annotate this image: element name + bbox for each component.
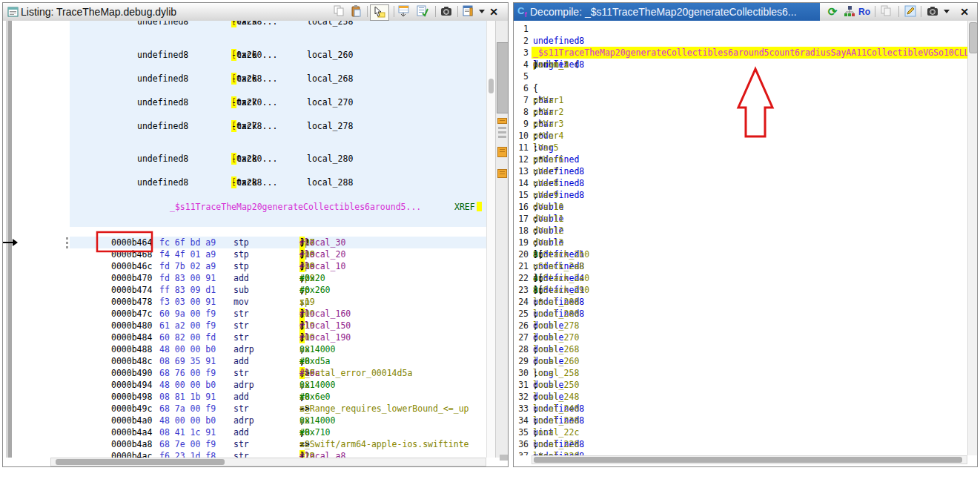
code-line[interactable]: 7 char *pcVar1;: [514, 94, 967, 106]
close-icon[interactable]: ✕: [486, 4, 501, 19]
instruction-row[interactable]: 0000b4a868 7e 00 f9strx8=>s_Swift/arm64-…: [70, 438, 486, 450]
scrollbar-thumb[interactable]: [497, 42, 508, 113]
code-line[interactable]: 13 undefined8 uVar7;: [514, 165, 967, 177]
instruction-row[interactable]: 0000b468f4 4f 01 a9stpx20,x19,[sp, #loca…: [70, 248, 486, 260]
instruction-row[interactable]: 0000b4acf6 23 1d f8strx22,[x19, #local_a…: [70, 450, 486, 458]
instruction-row[interactable]: 0000b464fc 6f bd a9stpx28,x27,[sp, #loca…: [70, 237, 486, 248]
code-line[interactable]: 10 code *pcVar4;: [514, 130, 967, 142]
listing-vertical-scrollbar[interactable]: [495, 21, 508, 458]
code-line[interactable]: 8 char *pcVar2;: [514, 106, 967, 118]
code-line[interactable]: 15 undefined8 uVar9;: [514, 189, 967, 201]
code-line[interactable]: 23 undefined1 auStack_290 [8];: [514, 284, 967, 296]
scrollbar-thumb[interactable]: [56, 459, 225, 465]
listing-panel-header[interactable]: Listing: TraceTheMap.debug.dylib: [3, 3, 508, 22]
edit-icon[interactable]: [903, 4, 918, 19]
bookmark-marker[interactable]: [497, 169, 507, 178]
window-options-icon[interactable]: [461, 4, 476, 19]
dropdown-arrow-icon[interactable]: [479, 10, 485, 13]
cursor-tool-icon[interactable]: [370, 4, 389, 21]
code-line[interactable]: 20 undefined1 auStack_2b0 [8];: [514, 248, 967, 260]
code-line[interactable]: 12 undefined *puVar6;: [514, 154, 967, 165]
code-line[interactable]: 24 undefined8 *local_288;: [514, 296, 967, 308]
code-line[interactable]: 28 double local_268;: [514, 343, 967, 355]
overview-margin[interactable]: [486, 21, 495, 458]
snapshot-camera-icon[interactable]: [439, 4, 454, 19]
instruction-row[interactable]: 0000b49c68 7a 00 f9strx8=>s_Range_requir…: [70, 403, 486, 415]
stack-variable-row[interactable]: undefined8Stack[-0x268...local_268: [70, 73, 486, 85]
code-line[interactable]: 27 double local_270;: [514, 331, 967, 343]
listing-horizontal-scrollbar[interactable]: [50, 458, 486, 466]
code-line[interactable]: 35 uint local_22c;: [514, 426, 967, 438]
instruction-row[interactable]: 0000b47c60 9a 00 f9strx0,[x19, #local_16…: [70, 308, 486, 320]
instruction-row[interactable]: 0000b49808 81 1b 91addx8,x8,#0x6e0: [70, 391, 486, 403]
copy-icon[interactable]: [879, 4, 894, 19]
code-line[interactable]: 25 undefined8 local_280;: [514, 308, 967, 320]
ro-button[interactable]: Ro: [857, 4, 872, 19]
code-line[interactable]: 29 double local_260;: [514, 355, 967, 367]
table-edit-icon[interactable]: [415, 4, 430, 19]
dropdown-arrow-icon[interactable]: [944, 10, 950, 13]
xref-row[interactable]: _$s11TraceTheMap20generateCollectibles6a…: [70, 201, 486, 213]
stack-variable-row[interactable]: undefined8Stack[-0x258...local_258: [70, 21, 486, 27]
paste-icon[interactable]: [349, 4, 364, 19]
bookmark-marker[interactable]: [497, 147, 507, 157]
code-line[interactable]: 36 undefined8 local_228;: [514, 438, 967, 450]
instruction-row[interactable]: 0000b49068 76 00 f9strx8=>s_Fatal_error_…: [70, 367, 486, 379]
code-line[interactable]: 26 double local_278;: [514, 320, 967, 331]
code-line[interactable]: 2undefined8: [514, 35, 967, 47]
scrollbar-thumb[interactable]: [969, 22, 977, 53]
code-line[interactable]: 16 double dVar10;: [514, 201, 967, 213]
decompile-panel-header[interactable]: Cf Decompile: _$s11TraceTheMap20generate…: [514, 3, 977, 22]
overview-thumb[interactable]: [489, 79, 494, 93]
instruction-row[interactable]: 0000b46cfd 7b 02 a9stpx29,x30,[sp, #loca…: [70, 260, 486, 272]
graph-tree-icon[interactable]: [842, 4, 857, 19]
instruction-row[interactable]: 0000b474ff 83 09 d1subsp,sp,#0x260: [70, 284, 486, 296]
code-line[interactable]: 17 double dVar11;: [514, 213, 967, 225]
instruction-row[interactable]: 0000b48061 a2 00 f9strx1,[x19, #local_15…: [70, 320, 486, 331]
refresh-icon[interactable]: ⟳: [825, 4, 840, 19]
instruction-row[interactable]: 0000b48460 82 00 fdstrd0,[x19, #local_19…: [70, 331, 486, 343]
code-line[interactable]: 34 undefined8 local_238;: [514, 415, 967, 426]
instruction-row[interactable]: 0000b4a408 41 1c 91addx8,x8,#0x710: [70, 426, 486, 438]
code-line[interactable]: 30 long local_258;: [514, 367, 967, 379]
close-icon[interactable]: ✕: [957, 4, 972, 19]
copy-icon[interactable]: [332, 4, 347, 19]
code-line[interactable]: 11 long lVar5;: [514, 142, 967, 154]
instruction-row[interactable]: 0000b470fd 83 00 91addx29,sp,#0x20: [70, 272, 486, 284]
instruction-row[interactable]: 0000b478f3 03 00 91movx19,sp: [70, 296, 486, 308]
stack-variable-row[interactable]: undefined8Stack[-0x270...local_270: [70, 96, 486, 108]
instruction-row[interactable]: 0000b49448 00 00 b0adrpx8,0x14000: [70, 379, 486, 391]
code-line[interactable]: 33 undefined8 local_240;: [514, 403, 967, 415]
table-down-icon[interactable]: [397, 4, 411, 19]
instruction-row[interactable]: 0000b4a048 00 00 b0adrpx8,0x14000: [70, 415, 486, 426]
scrollbar-thumb[interactable]: [534, 457, 962, 463]
bookmark-marker[interactable]: [497, 118, 507, 124]
decompile-horizontal-scrollbar[interactable]: [532, 455, 967, 464]
listing-panel: Listing: TraceTheMap.debug.dylib: [2, 2, 509, 467]
instruction-row[interactable]: 0000b48c08 69 35 91addx8,x8,#0xd5a: [70, 355, 486, 367]
code-line[interactable]: 14 undefined8 uVar8;: [514, 177, 967, 189]
stack-variable-row[interactable]: undefined8Stack[-0x260...local_260: [70, 49, 486, 61]
code-line[interactable]: 31 double local_250;: [514, 379, 967, 391]
code-line[interactable]: 5: [514, 70, 967, 82]
instruction-row[interactable]: 0000b48848 00 00 b0adrpx8,0x14000: [70, 343, 486, 355]
code-line[interactable]: 1: [514, 23, 967, 35]
code-line[interactable]: 18 double dVar12;: [514, 225, 967, 237]
stack-variable-row[interactable]: undefined8Stack[-0x288...local_288: [70, 176, 486, 188]
code-line[interactable]: 9 char *pcVar3;: [514, 118, 967, 130]
snapshot-camera-icon[interactable]: [925, 4, 940, 19]
decompile-code[interactable]: 12undefined83_$s11TraceTheMap20generateC…: [514, 21, 967, 455]
stack-variable-row[interactable]: undefined8Stack[-0x280...local_280: [70, 153, 486, 165]
stack-variable-row[interactable]: undefined8Stack[-0x278...local_278: [70, 120, 486, 132]
code-line[interactable]: 19 double dVar13;: [514, 237, 967, 248]
code-line[interactable]: 22 undefined4 auStack_2a0 [4];: [514, 272, 967, 284]
decompile-vertical-scrollbar[interactable]: [967, 21, 977, 455]
decompile-panel: Cf Decompile: _$s11TraceTheMap20generate…: [513, 2, 978, 467]
code-line[interactable]: 4 (double param_1,undefined8 param_2,lon…: [514, 59, 967, 70]
code-line[interactable]: 6{: [514, 82, 967, 94]
listing-content[interactable]: undefined8Stack[-0x258...local_258undefi…: [70, 21, 486, 458]
code-line[interactable]: 37 undefined8 *local_220;: [514, 450, 967, 455]
code-line[interactable]: 32 double local_248;: [514, 391, 967, 403]
code-line[interactable]: 21 undefined8 uStack_2a8;: [514, 260, 967, 272]
code-line[interactable]: 3_$s11TraceTheMap20generateCollectibles6…: [514, 47, 967, 59]
